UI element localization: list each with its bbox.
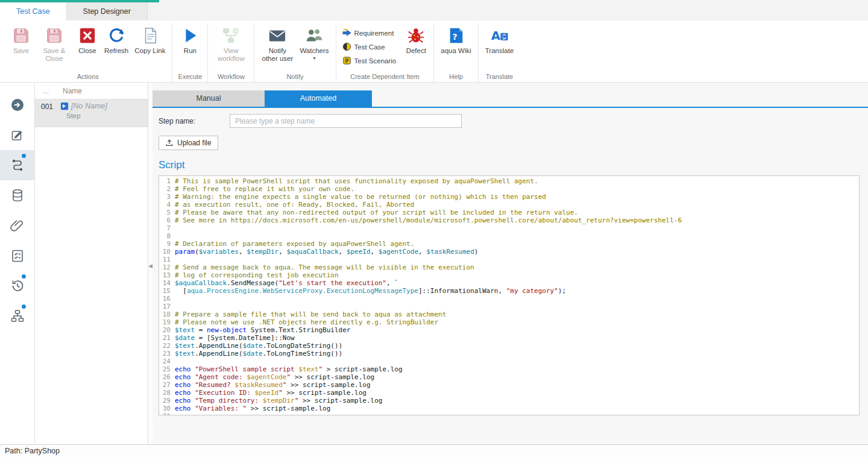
content-area: ... Name 001[No Name]Step ◀ Manual Autom… <box>0 83 868 444</box>
sidebar-item-navigate[interactable] <box>0 90 34 120</box>
code-line: 2# Feel free to replace it with your own… <box>159 185 859 193</box>
ribbon-group-translate: ATranslateTranslate <box>478 23 521 82</box>
code-text: param($variables, $tempDir, $aquaCallbac… <box>175 248 478 256</box>
defect-button[interactable]: Defect <box>402 24 430 55</box>
code-line: 15 [aqua.ProcessEngine.WebServiceProxy.E… <box>159 287 859 295</box>
code-line: 5# Please be aware that any non-redirect… <box>159 209 859 216</box>
ribbon-group-label: Translate <box>479 73 521 80</box>
test-scenario-button[interactable]: Test Scenario <box>341 54 400 68</box>
code-text: echo "Temp directory: $tempDir" >> scrip… <box>175 397 382 405</box>
chevron-down-icon[interactable]: ▾ <box>313 56 315 61</box>
defect-icon <box>407 27 425 45</box>
line-number: 7 <box>159 224 175 232</box>
watchers-button[interactable]: Watchers▾ <box>297 24 332 61</box>
sidebar-item-history[interactable] <box>0 271 34 301</box>
button-label: Defect <box>406 47 426 55</box>
line-number: 19 <box>159 318 175 326</box>
steps-list-header: ... Name <box>35 83 148 99</box>
edit-icon <box>10 128 25 142</box>
copylink-icon <box>141 27 159 45</box>
sidebar-item-attachments[interactable] <box>0 210 34 241</box>
aqua-wiki-button[interactable]: ?aqua Wiki <box>438 24 474 55</box>
upload-icon <box>165 139 174 147</box>
copy-link-button[interactable]: Copy Link <box>131 24 168 55</box>
step-list-item[interactable]: 001[No Name]Step <box>35 99 148 127</box>
step-name-label: Step name: <box>159 117 230 125</box>
document-tabs: Test Case Step Designer <box>0 2 148 20</box>
tab-test-case[interactable]: Test Case <box>0 2 67 20</box>
line-number: 28 <box>159 389 175 397</box>
tab-automated[interactable]: Automated <box>265 90 372 107</box>
refresh-button[interactable]: Refresh <box>101 24 131 55</box>
status-bar: Path: PartyShop <box>0 444 868 457</box>
database-icon <box>10 188 25 203</box>
test-case-button[interactable]: Test Case <box>341 40 400 54</box>
steps-list-rows: 001[No Name]Step <box>35 99 148 127</box>
line-number: 1 <box>159 177 175 185</box>
close-button[interactable]: Close <box>74 24 101 55</box>
step-mode-tabs: Manual Automated <box>153 90 868 108</box>
sidebar-item-dependencies[interactable] <box>0 301 34 331</box>
script-code-editor[interactable]: 1# This is sample PowerShell script that… <box>159 175 860 415</box>
code-line: 21$date = [System.DateTime]::Now <box>159 334 859 342</box>
steps-icon <box>10 158 25 172</box>
code-line: 11 <box>159 256 859 263</box>
code-line: 27echo "Resumed? $taskResumed" >> script… <box>159 381 859 389</box>
button-label: aqua Wiki <box>441 47 471 55</box>
ribbon-group-workflow: View workflowWorkflow <box>207 23 254 82</box>
line-number: 2 <box>159 185 175 193</box>
code-line: 31 <box>159 412 859 415</box>
code-line: 17 <box>159 303 859 310</box>
steps-list-panel: ... Name 001[No Name]Step <box>35 83 148 444</box>
line-number: 20 <box>159 326 175 334</box>
code-text: $text.AppendLine($date.ToLongTimeString(… <box>175 350 342 358</box>
ribbon-group-label: Actions <box>4 73 172 80</box>
workflow-icon <box>222 27 240 45</box>
upload-file-label: Upload file <box>177 139 212 147</box>
code-text: # Declaration of parameters exposed by a… <box>175 240 414 248</box>
line-number: 9 <box>159 240 175 248</box>
line-number: 15 <box>159 287 175 295</box>
step-name-input[interactable] <box>230 114 462 128</box>
run-button[interactable]: Run <box>176 24 204 55</box>
view-workflow-button: View workflow <box>212 24 250 63</box>
collapse-panel-icon[interactable]: ◀ <box>148 263 153 269</box>
sidebar-item-checklist[interactable] <box>0 241 34 271</box>
line-number: 18 <box>159 310 175 318</box>
ribbon-group-label: Workflow <box>208 73 254 80</box>
sidebar-item-steps[interactable] <box>0 150 34 180</box>
step-type-text: Step <box>66 112 148 119</box>
button-label: Refresh <box>104 47 128 55</box>
sidebar-item-data[interactable] <box>0 180 34 210</box>
button-label: Requirement <box>354 30 394 37</box>
notify-other-user-button[interactable]: Notify other user <box>258 24 297 63</box>
ribbon-group-create-dependent-item: RequirementTest CaseTest ScenarioDefectC… <box>336 23 434 82</box>
ribbon-group-execute: RunExecute <box>172 23 207 82</box>
line-number: 17 <box>159 303 175 310</box>
tab-manual[interactable]: Manual <box>153 90 265 107</box>
panel-splitter[interactable]: ◀ <box>148 83 153 444</box>
line-number: 4 <box>159 201 175 209</box>
code-line: 25echo "PowerShell sample script $text" … <box>159 365 859 373</box>
button-label: Run <box>184 47 197 55</box>
automated-step-form: Step name: Upload file Script 1# This is… <box>153 108 868 444</box>
code-line: 18# Prepare a sample file that will be s… <box>159 310 859 318</box>
code-text: $aquaCallback.SendMessage("Let's start t… <box>175 279 398 287</box>
code-line: 22$text.AppendLine($date.ToLongDateStrin… <box>159 342 859 350</box>
watchers-icon <box>305 27 323 45</box>
code-line: 30echo "Variables: " >> script-sample.lo… <box>159 405 859 412</box>
line-number: 22 <box>159 342 175 350</box>
line-number: 11 <box>159 256 175 263</box>
code-line: 29echo "Temp directory: $tempDir" >> scr… <box>159 397 859 405</box>
translate-button[interactable]: ATranslate <box>482 24 517 55</box>
tab-step-designer[interactable]: Step Designer <box>67 2 148 20</box>
sidebar-item-details[interactable] <box>0 120 34 150</box>
ribbon-group-label: Create Dependent Item <box>336 73 434 80</box>
code-line: 20$text = new-object System.Text.StringB… <box>159 326 859 334</box>
step-name-text: [No Name] <box>71 102 107 110</box>
upload-file-button[interactable]: Upload file <box>159 136 218 150</box>
line-number: 16 <box>159 295 175 303</box>
code-text: $date = [System.DateTime]::Now <box>175 334 295 342</box>
requirement-button[interactable]: Requirement <box>341 26 400 40</box>
code-text: # as execution result, one of: Ready, Bl… <box>175 201 414 209</box>
